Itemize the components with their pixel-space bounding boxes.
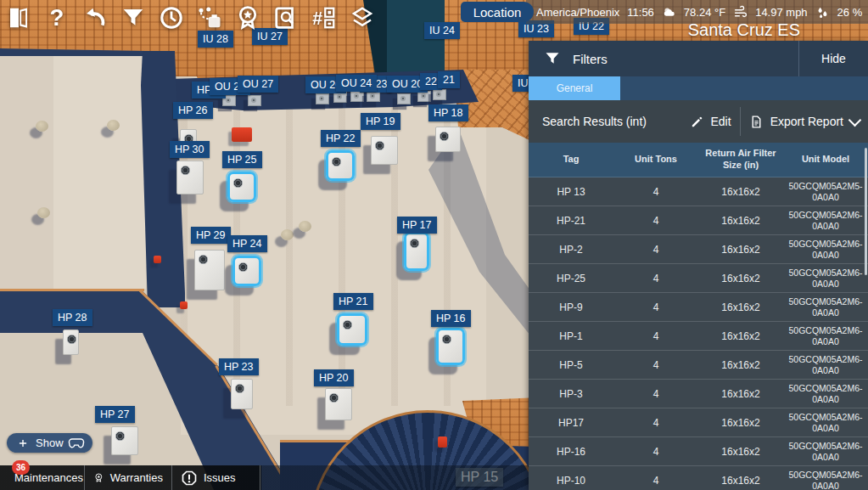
cell-tag: HP-21 [529,206,613,235]
hp-unit-label[interactable]: HP 27 [95,406,135,423]
hp-unit-label[interactable]: HP 16 [431,310,471,327]
col-tag[interactable]: Tag [529,143,613,177]
hvac-unit-box[interactable] [227,172,256,202]
show-label: Show [36,436,64,449]
filters-tab-bar: General [529,76,868,100]
cell-unit-tons: 4 [613,322,698,351]
cell-unit-tons: 4 [613,351,698,380]
qr-code-icon[interactable]: # [311,3,338,33]
temperature-text: 78.24 °F [684,6,725,19]
issues-button[interactable]: Issues [172,465,260,490]
location-button[interactable]: Location [461,2,534,22]
warranties-button[interactable]: Warranties [85,465,172,490]
hvac-unit-box[interactable] [194,250,225,290]
cell-tag: HP-3 [529,380,613,408]
cloud-sun-icon [662,5,676,20]
hvac-unit-box[interactable] [176,161,204,194]
cell-filter-size: 16x16x2 [698,235,783,264]
col-unit-tons[interactable]: Unit Tons [613,143,698,177]
results-table-container[interactable]: Tag Unit Tons Return Air Filter Size (in… [529,143,868,490]
hvac-unit-box[interactable] [326,150,355,181]
table-row[interactable]: HP-9 4 16x16x2 50GCQM05A2M6-0A0A0 [529,293,868,322]
table-scrollbar[interactable] [865,148,867,275]
export-report-button[interactable]: Export Report [741,100,868,143]
time-text: 11:56 [627,6,654,19]
humidity-text: 26 % [837,6,863,19]
cell-tag: HP-5 [529,351,613,380]
cell-unit-model: 50GCQM05A2M6-0A0A0 [783,408,868,437]
cell-unit-model: 50GCQM05A2M6-0A0A0 [783,322,868,351]
app-window: IU 28IU 27IU 24IU 23IU 22IU 2 HP 2OU 28O… [0,0,868,490]
hvac-unit-box[interactable] [231,379,253,409]
cell-unit-tons: 4 [613,437,698,466]
hvac-unit-box[interactable] [404,232,429,271]
tab-label: General [557,82,593,94]
cell-tag: HP 13 [529,177,613,206]
table-row[interactable]: HP17 4 16x16x2 50GCQM05A2M6-0A0A0 [529,408,868,437]
table-row[interactable]: HP-2 4 16x16x2 50GCQM05A2M6-0A0A0 [529,235,868,264]
hp-unit-label[interactable]: HP 21 [333,293,373,310]
hvac-unit-box[interactable] [63,329,79,355]
hvac-unit-box[interactable] [436,328,465,365]
pencil-icon [690,115,704,129]
hvac-unit-box[interactable] [111,426,138,455]
export-report-label: Export Report [770,115,843,128]
cell-tag: HP-2 [529,235,613,264]
hide-panel-button[interactable]: Hide [798,41,868,76]
hp-unit-label[interactable]: HP 23 [219,358,259,375]
record-search-icon[interactable] [272,3,300,33]
cell-filter-size: 16x16x2 [698,322,783,351]
hp-unit-label[interactable]: HP 25 [222,151,262,168]
wind-speed-text: 14.97 mph [755,6,807,19]
bottom-nav-bar: 36 Maintenances Warranties Issues [0,465,529,490]
layers-icon[interactable] [349,3,376,33]
search-results-label: Search Results (int) [529,115,681,128]
table-row[interactable]: HP-3 4 16x16x2 50GCQM05A2M6-0A0A0 [529,380,868,408]
col-unit-model[interactable]: Unit Model [783,143,868,177]
table-row[interactable]: HP-5 4 16x16x2 50GCQM05A2M6-0A0A0 [529,351,868,380]
hp-unit-label[interactable]: HP 24 [227,235,267,252]
award-icon[interactable] [234,3,261,33]
exit-door-icon[interactable] [5,3,32,33]
cell-unit-model: 50GCQM05A2M6-0A0A0 [783,437,868,466]
timezone-text: America/Phoenix [536,6,619,19]
edit-button[interactable]: Edit [681,100,740,143]
svg-text:#: # [312,8,322,29]
maintenances-button[interactable]: 36 Maintenances [0,465,85,490]
clock-icon[interactable] [158,3,185,33]
hp-unit-label[interactable]: HP 20 [314,369,354,386]
table-row[interactable]: HP-16 4 16x16x2 50GCQM05A2M6-0A0A0 [529,437,868,466]
hp-unit-label[interactable]: HP 22 [321,130,361,147]
cell-unit-model: 50GCQM05A2M6-0A0A0 [783,293,868,322]
plus-icon [14,437,31,449]
cell-tag: HP-1 [529,322,613,351]
hvac-unit-box[interactable] [435,127,461,152]
table-row[interactable]: HP-25 4 16x16x2 50GCQM05A2M6-0A0A0 [529,264,868,293]
undo-icon[interactable] [81,3,109,33]
hp-unit-label[interactable]: HP 19 [361,113,400,130]
table-row[interactable]: HP-1 4 16x16x2 50GCQM05A2M6-0A0A0 [529,322,868,351]
tour-path-icon[interactable] [196,3,223,33]
col-filter-size[interactable]: Return Air Filter Size (in) [698,143,783,177]
cell-unit-tons: 4 [613,293,698,322]
hp-unit-label[interactable]: HP 17 [397,217,437,234]
cell-filter-size: 16x16x2 [698,206,783,235]
cell-tag: HP-10 [529,466,613,490]
filters-panel-header: Filters Hide [529,41,868,76]
show-controls-button[interactable]: Show [7,433,92,453]
hvac-unit-box[interactable] [232,256,261,286]
table-row[interactable]: HP 13 4 16x16x2 50GCQM05A2M5-0A0A0 [529,177,868,206]
filter-icon[interactable] [120,3,147,33]
hp-unit-label[interactable]: HP 26 [173,102,213,119]
help-icon[interactable]: ? [43,3,70,33]
table-row[interactable]: HP-10 4 16x16x2 50GCQM05A2M6-0A0A0 [529,466,868,490]
hvac-unit-box[interactable] [325,388,352,420]
hp-unit-label[interactable]: HP 30 [170,141,210,158]
hp-unit-label[interactable]: HP 18 [428,104,468,121]
table-row[interactable]: HP-21 4 16x16x2 50GCQM05A2M6-0A0A0 [529,206,868,235]
hvac-unit-box[interactable] [371,136,398,165]
hvac-unit-box[interactable] [337,313,367,346]
tab-general[interactable]: General [529,76,620,100]
hp-unit-label[interactable]: HP 28 [53,309,92,326]
hp-unit-label[interactable]: HP 29 [191,227,231,244]
